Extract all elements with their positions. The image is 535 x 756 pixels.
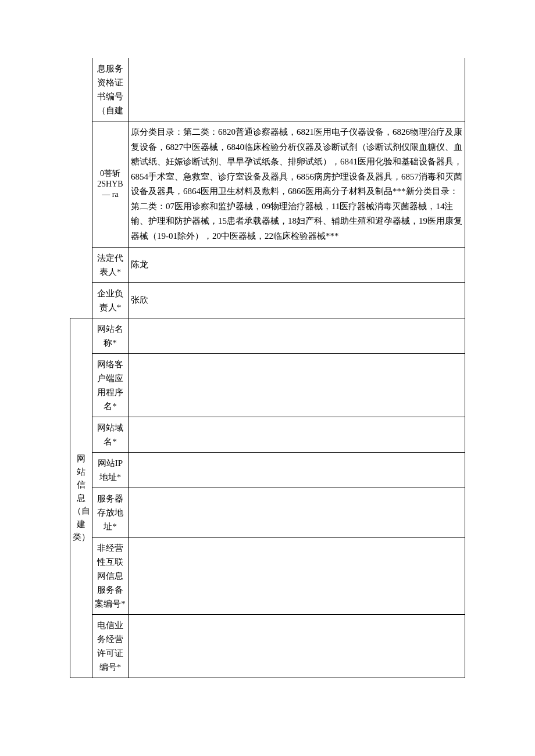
field-label-app-name: 网络客户端应用程序名*: [92, 354, 129, 417]
field-value-app-name: [129, 354, 465, 417]
field-value-icp: [129, 538, 465, 615]
form-table: 息服务资格证书编号（自建 0菩斩 2SHYB — ra 原分类目录：第二类：68…: [70, 58, 465, 678]
field-label-domain: 网站域名*: [92, 417, 129, 453]
table-row: 0菩斩 2SHYB — ra 原分类目录：第二类：6820普通诊察器械，6821…: [70, 121, 465, 248]
table-row: 非经营性互联网信息服务备案编号*: [70, 538, 465, 615]
field-value-legal-rep: 陈龙: [129, 248, 465, 283]
table-row: 网络客户端应用程序名*: [70, 354, 465, 417]
table-row: 网站IP地址*: [70, 453, 465, 488]
field-label-site-name: 网站名称*: [92, 318, 129, 354]
field-value-category: 原分类目录：第二类：6820普通诊察器械，6821医用电子仪器设备，6826物理…: [129, 121, 465, 248]
field-label-manager: 企业负责人*: [92, 283, 129, 318]
field-label-ip: 网站IP地址*: [92, 453, 129, 488]
field-label-legal-rep: 法定代表人*: [92, 248, 129, 283]
field-value-telecom: [129, 615, 465, 678]
table-row: 企业负责人* 张欣: [70, 283, 465, 318]
field-value-server-loc: [129, 488, 465, 538]
table-row: 网站域名*: [70, 417, 465, 453]
field-value-ip: [129, 453, 465, 488]
table-row: 网站信息（自建类） 网站名称*: [70, 318, 465, 354]
field-label-telecom: 电信业务经营许可证编号*: [92, 615, 129, 678]
field-value-manager: 张欣: [129, 283, 465, 318]
field-value-cert-no: [129, 58, 465, 121]
field-value-domain: [129, 417, 465, 453]
field-value-site-name: [129, 318, 465, 354]
field-label-category: 0菩斩 2SHYB — ra: [92, 121, 129, 248]
field-label-server-loc: 服务器存放地址*: [92, 488, 129, 538]
table-row: 法定代表人* 陈龙: [70, 248, 465, 283]
table-row: 电信业务经营许可证编号*: [70, 615, 465, 678]
table-row: 息服务资格证书编号（自建: [70, 58, 465, 121]
field-label-cert-no: 息服务资格证书编号（自建: [92, 58, 129, 121]
group-label-prev: [70, 58, 92, 318]
field-label-icp: 非经营性互联网信息服务备案编号*: [92, 538, 129, 615]
group-label-website: 网站信息（自建类）: [70, 318, 92, 678]
table-row: 服务器存放地址*: [70, 488, 465, 538]
